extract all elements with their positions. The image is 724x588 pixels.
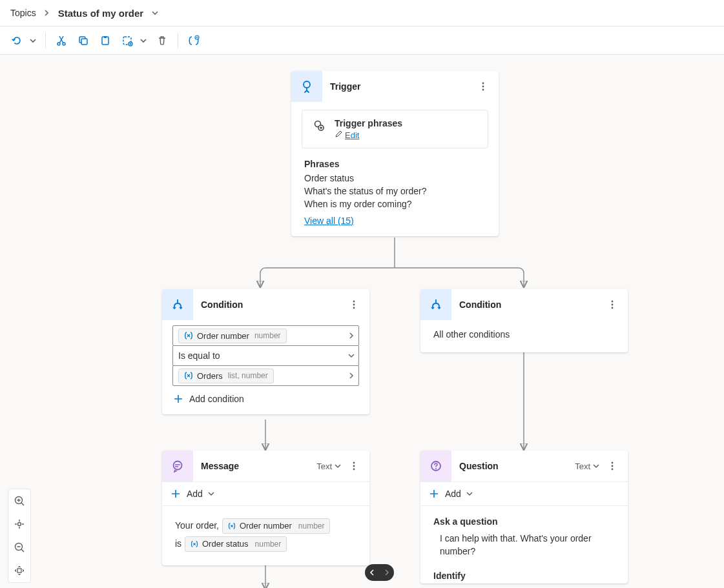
- phrases-heading: Phrases: [304, 159, 486, 169]
- svg-point-23: [612, 304, 614, 306]
- variable-chip[interactable]: Order number number: [222, 518, 331, 534]
- trigger-node[interactable]: Trigger Trigger phrases Edit: [291, 71, 499, 236]
- variable-type: number: [298, 517, 325, 535]
- reset-view-button[interactable]: [8, 512, 30, 536]
- variable-icon: [228, 522, 236, 530]
- toolbar: [0, 26, 724, 55]
- operator-value: Is equal to: [178, 350, 220, 361]
- more-menu-button[interactable]: [346, 297, 362, 312]
- svg-point-20: [353, 304, 355, 306]
- variables-button[interactable]: [185, 32, 203, 50]
- variation-pager[interactable]: [365, 564, 394, 581]
- message-node[interactable]: Message Text Add Your order,: [162, 451, 369, 565]
- question-type-selector[interactable]: Text: [575, 461, 599, 471]
- variable-name: Order number: [197, 331, 249, 341]
- trigger-phrases-card[interactable]: Trigger phrases Edit: [302, 110, 488, 148]
- node-title: Condition: [459, 299, 597, 310]
- breadcrumb-title[interactable]: Status of my order: [58, 8, 144, 19]
- svg-point-32: [612, 465, 614, 467]
- plus-icon: [428, 489, 440, 498]
- undo-button[interactable]: [8, 32, 26, 50]
- type-label: Text: [316, 461, 332, 471]
- condition-variable-field[interactable]: Order number number: [172, 325, 359, 346]
- svg-point-21: [353, 307, 355, 309]
- plus-icon: [172, 394, 184, 403]
- message-type-selector[interactable]: Text: [316, 461, 341, 471]
- select-button[interactable]: [118, 32, 136, 50]
- phrase-item: When is my order coming?: [304, 199, 486, 209]
- chevron-down-icon: [466, 491, 473, 497]
- more-menu-button[interactable]: [475, 79, 491, 94]
- svg-point-15: [482, 86, 484, 88]
- copy-button[interactable]: [74, 32, 92, 50]
- select-menu-button[interactable]: [138, 32, 149, 50]
- trigger-phrases-title: Trigger phrases: [335, 118, 479, 128]
- svg-point-26: [353, 462, 355, 464]
- phrase-item: What's the status of my order?: [304, 186, 486, 196]
- message-text-segment: Your order,: [175, 520, 222, 531]
- question-node[interactable]: Question Text Add Ask a question I can h…: [420, 451, 628, 583]
- condition-icon: [420, 289, 451, 320]
- cut-button[interactable]: [52, 32, 70, 50]
- more-menu-button[interactable]: [605, 297, 620, 312]
- message-text-segment: is: [175, 538, 184, 549]
- edit-phrases-link[interactable]: Edit: [335, 130, 359, 140]
- variable-type: list, number: [228, 371, 268, 380]
- svg-point-28: [353, 469, 355, 471]
- question-icon: [420, 451, 451, 482]
- chevron-left-icon: [369, 569, 375, 576]
- chevron-right-icon: [348, 330, 355, 341]
- zoom-in-button[interactable]: [8, 489, 30, 512]
- variable-chip[interactable]: Order status number: [185, 536, 287, 552]
- view-all-phrases-link[interactable]: View all (15): [304, 216, 354, 226]
- trigger-icon: [291, 71, 322, 102]
- add-condition-button[interactable]: Add condition: [172, 394, 359, 404]
- chevron-right-icon: [384, 569, 390, 576]
- zoom-out-button[interactable]: [8, 536, 30, 559]
- authoring-canvas[interactable]: Trigger Trigger phrases Edit: [0, 55, 724, 588]
- separator: [178, 33, 178, 48]
- breadcrumb-root[interactable]: Topics: [10, 8, 36, 18]
- add-label: Add: [187, 489, 203, 499]
- paste-button[interactable]: [96, 32, 114, 50]
- variable-icon: [184, 331, 193, 340]
- undo-menu-button[interactable]: [27, 32, 39, 50]
- plus-icon: [170, 489, 181, 498]
- more-menu-button[interactable]: [605, 458, 620, 474]
- variable-icon: [191, 540, 198, 548]
- condition-node-right[interactable]: Condition All other conditions: [420, 289, 628, 352]
- add-variation-button[interactable]: Add: [162, 482, 369, 506]
- delete-button[interactable]: [153, 32, 171, 50]
- variable-type: number: [255, 535, 282, 553]
- svg-point-0: [57, 43, 60, 45]
- svg-point-22: [612, 301, 614, 303]
- fit-view-button[interactable]: [8, 559, 30, 582]
- variable-name: Order number: [240, 517, 292, 535]
- add-variation-button[interactable]: Add: [420, 482, 628, 506]
- add-label: Add: [445, 489, 461, 499]
- type-label: Text: [575, 461, 590, 471]
- svg-point-13: [304, 81, 310, 88]
- svg-point-27: [353, 465, 355, 467]
- message-text-editor[interactable]: Your order, Order number number is Order…: [162, 506, 369, 565]
- variable-name: Orders: [197, 371, 223, 381]
- pencil-icon: [335, 130, 342, 140]
- condition-icon: [162, 289, 193, 320]
- chevron-right-icon: [348, 370, 355, 381]
- condition-operator-field[interactable]: Is equal to: [172, 345, 359, 366]
- condition-value-field[interactable]: Orders list, number: [172, 365, 359, 386]
- node-title: Condition: [201, 299, 338, 310]
- question-text[interactable]: I can help with that. What's your order …: [440, 532, 608, 558]
- svg-rect-37: [17, 569, 21, 573]
- condition-node-left[interactable]: Condition Order number number Is equ: [162, 289, 369, 414]
- node-title: Question: [459, 461, 567, 471]
- variable-chip: Orders list, number: [178, 369, 274, 383]
- chevron-down-icon[interactable]: [151, 9, 159, 17]
- ask-question-heading: Ask a question: [433, 516, 615, 527]
- more-menu-button[interactable]: [346, 458, 362, 474]
- identify-heading: Identify: [433, 571, 615, 581]
- chevron-down-icon: [348, 350, 355, 361]
- svg-rect-5: [104, 36, 107, 38]
- variable-chip: Order number number: [178, 329, 287, 343]
- message-icon: [162, 451, 193, 482]
